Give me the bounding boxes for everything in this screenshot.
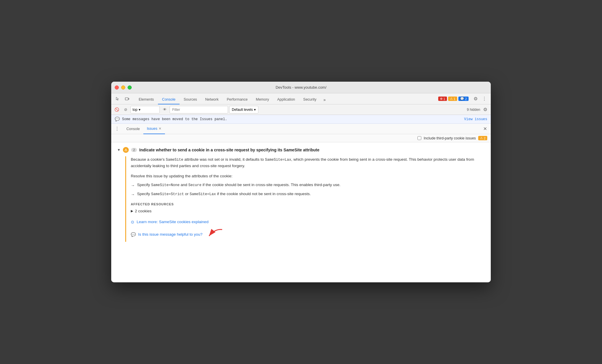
panel-close-button[interactable]: ✕ <box>481 125 488 132</box>
bullet-arrow-1: → <box>131 182 135 189</box>
error-badge[interactable]: ⊗ 1 <box>438 97 447 101</box>
issue-description: Because a cookie's SameSite attribute wa… <box>131 156 485 169</box>
more-options-button[interactable]: ⋮ <box>480 95 488 103</box>
info-banner-icon: 💬 <box>115 117 120 122</box>
context-value: top <box>133 108 138 112</box>
tab-memory[interactable]: Memory <box>252 95 273 104</box>
warning-count: 1 <box>454 97 455 101</box>
info-badge[interactable]: 💬 2 <box>458 97 469 101</box>
affected-label: AFFECTED RESOURCES <box>131 202 485 206</box>
window-title: DevTools - www.youtube.com/ <box>276 85 326 90</box>
warning-badge[interactable]: ⚠ 1 <box>448 97 457 101</box>
cursor-icon <box>115 97 120 101</box>
info-count: 2 <box>465 97 467 101</box>
samenone-code: SameSite=None <box>151 183 180 187</box>
maximize-button[interactable] <box>128 85 132 90</box>
device-icon <box>125 97 129 101</box>
device-toggle-button[interactable] <box>123 95 131 103</box>
samestrict-code: SameSite=Strict <box>151 192 184 196</box>
sub-toolbar: ⋮ Console Issues ✕ ✕ <box>111 124 491 134</box>
issue-body: Because a cookie's SameSite attribute wa… <box>125 156 485 242</box>
red-arrow-annotation <box>206 227 224 242</box>
cookies-expand-icon: ▶ <box>131 209 133 213</box>
minimize-button[interactable] <box>121 85 125 90</box>
stop-logging-button[interactable]: ⊘ <box>122 106 129 113</box>
default-levels-dropdown[interactable]: Default levels ▾ <box>229 106 258 113</box>
main-toolbar: Elements Console Sources Network Perform… <box>111 93 491 104</box>
samelax-code2: SameSite=Lax <box>190 192 216 196</box>
sub-tab-menu-button[interactable]: ⋮ <box>114 125 121 132</box>
issue-count-badge: 2 <box>131 148 137 152</box>
external-link-icon: ⊙ <box>131 220 134 224</box>
hidden-count: 9 hidden <box>467 108 480 112</box>
feedback-icon: 💬 <box>131 232 136 237</box>
badge-group: ⊗ 1 ⚠ 1 💬 2 ⚙ ⋮ <box>438 95 488 103</box>
issue-warning-icon: ⚠ <box>123 147 129 153</box>
bullet-item-1: → Specify SameSite=None and Secure if th… <box>131 182 485 189</box>
bullet-text-2: Specify SameSite=Strict or SameSite=Lax … <box>137 191 311 197</box>
settings-button[interactable]: ⚙ <box>471 95 480 103</box>
helpful-text: Is this issue message helpful to you? <box>138 232 203 237</box>
sub-toolbar-right: ✕ <box>481 125 488 132</box>
info-banner: 💬 Some messages have been moved to the I… <box>111 115 491 124</box>
issue-header: ▼ ⚠ 2 Indicate whether to send a cookie … <box>117 147 485 153</box>
filter-input[interactable] <box>170 106 228 113</box>
third-party-bar: Include third-party cookie issues ⚠ 2 <box>111 134 491 142</box>
issue-title: Indicate whether to send a cookie in a c… <box>139 148 319 152</box>
bullet-item-2: → Specify SameSite=Strict or SameSite=La… <box>131 191 485 198</box>
issues-count-badge: ⚠ 2 <box>478 136 487 140</box>
tab-console[interactable]: Console <box>158 95 180 104</box>
close-button[interactable] <box>115 85 119 90</box>
console-toolbar: 🚫 ⊘ top ▾ 👁 Default levels ▾ 9 hidden ⚙ <box>111 104 491 115</box>
error-icon: ⊗ <box>440 97 443 101</box>
warning-icon: ⚠ <box>450 97 453 101</box>
cookies-count: 2 cookies <box>135 209 152 213</box>
tab-elements[interactable]: Elements <box>135 95 158 104</box>
more-tabs-button[interactable]: » <box>321 95 329 104</box>
tab-network[interactable]: Network <box>201 95 223 104</box>
sub-tab-console[interactable]: Console <box>123 124 143 134</box>
clear-console-button[interactable]: 🚫 <box>113 106 121 113</box>
view-issues-link[interactable]: View issues <box>464 117 487 121</box>
bullet-arrow-2: → <box>131 191 135 198</box>
resolve-text: Resolve this issue by updating the attri… <box>131 174 485 178</box>
helpful-link[interactable]: 💬 Is this issue message helpful to you? <box>131 227 485 242</box>
svg-rect-1 <box>128 98 129 99</box>
third-party-checkbox[interactable] <box>417 136 421 140</box>
sub-tab-issues[interactable]: Issues ✕ <box>143 124 165 134</box>
learn-more-text: Learn more: SameSite cookies explained <box>137 220 208 224</box>
console-settings-button[interactable]: ⚙ <box>481 106 489 113</box>
eye-icon-button[interactable]: 👁 <box>161 106 168 113</box>
cookies-row[interactable]: ▶ 2 cookies <box>131 208 485 214</box>
issues-count: 2 <box>484 136 486 140</box>
traffic-lights <box>115 85 132 90</box>
context-selector[interactable]: top ▾ <box>131 106 160 113</box>
secure-code: Secure <box>188 183 201 187</box>
learn-more-section: ⊙ Learn more: SameSite cookies explained… <box>131 220 485 242</box>
samesite-lax-code: SameSite=Lax <box>265 158 291 162</box>
issues-tab-close[interactable]: ✕ <box>159 127 161 131</box>
bullet-text-1: Specify SameSite=None and Secure if the … <box>137 182 341 188</box>
expand-arrow-icon[interactable]: ▼ <box>117 148 121 152</box>
learn-more-link[interactable]: ⊙ Learn more: SameSite cookies explained <box>131 220 485 224</box>
third-party-label[interactable]: Include third-party cookie issues <box>424 136 476 140</box>
info-icon: 💬 <box>460 97 464 101</box>
devtools-window: DevTools - www.youtube.com/ Elements Con… <box>111 82 491 282</box>
issues-warning-icon: ⚠ <box>480 136 483 140</box>
main-content: ▼ ⚠ 2 Indicate whether to send a cookie … <box>111 142 491 282</box>
affected-resources: AFFECTED RESOURCES ▶ 2 cookies <box>131 202 485 214</box>
inspect-element-button[interactable] <box>114 95 122 103</box>
levels-arrow-icon: ▾ <box>254 108 256 112</box>
tab-application[interactable]: Application <box>273 95 299 104</box>
svg-rect-0 <box>125 98 128 100</box>
chevron-down-icon: ▾ <box>139 108 140 112</box>
tab-performance[interactable]: Performance <box>223 95 252 104</box>
tab-security[interactable]: Security <box>299 95 321 104</box>
tab-sources[interactable]: Sources <box>180 95 201 104</box>
title-bar: DevTools - www.youtube.com/ <box>111 82 491 93</box>
scroll-area[interactable]: ▼ ⚠ 2 Indicate whether to send a cookie … <box>111 142 491 282</box>
info-banner-text: Some messages have been moved to the Iss… <box>122 117 227 121</box>
levels-label: Default levels <box>232 108 253 112</box>
error-count: 1 <box>443 97 445 101</box>
samesite-code-1: SameSite <box>166 158 183 162</box>
